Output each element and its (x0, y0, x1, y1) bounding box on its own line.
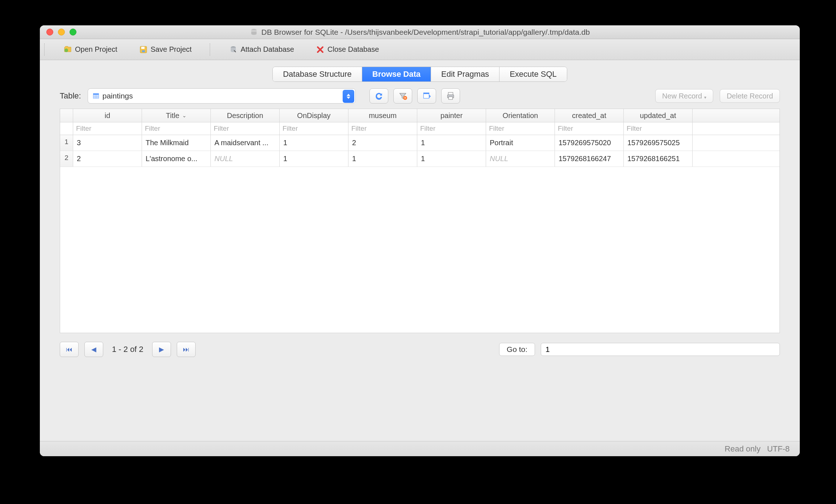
cell-painter[interactable]: 1 (417, 151, 486, 167)
cell-painter[interactable]: 1 (417, 135, 486, 151)
filter-created-at[interactable] (555, 122, 623, 135)
next-page-icon: ▶ (159, 345, 164, 353)
close-database-label: Close Database (327, 45, 379, 54)
chevron-updown-icon (343, 90, 354, 103)
cell-ondisplay[interactable]: 1 (280, 151, 348, 167)
filter-clear-icon (398, 91, 407, 101)
svg-rect-4 (142, 50, 145, 52)
filter-updated-at[interactable] (624, 122, 692, 135)
cell-museum[interactable]: 1 (348, 151, 417, 167)
filter-ondisplay[interactable] (280, 122, 348, 135)
cell-orientation[interactable]: NULL (486, 151, 555, 167)
svg-rect-15 (448, 92, 453, 95)
goto-label: Go to: (499, 343, 535, 356)
titlebar: DB Browser for SQLite - /Users/thijsvanb… (40, 25, 800, 39)
table-select[interactable]: paintings (88, 88, 356, 104)
cell-id[interactable]: 2 (73, 151, 142, 167)
save-data-button[interactable] (417, 88, 436, 104)
table-icon (92, 92, 100, 100)
cell-orientation[interactable]: Portrait (486, 135, 555, 151)
svg-rect-7 (93, 93, 99, 94)
status-readonly: Read only (725, 444, 761, 454)
cell-updated_at[interactable]: 1579269575025 (624, 135, 693, 151)
goto-input[interactable] (541, 343, 780, 356)
svg-rect-3 (141, 47, 145, 49)
prev-page-icon: ◀ (91, 345, 96, 353)
col-header-orientation[interactable]: Orientation (486, 109, 555, 122)
database-icon (250, 28, 258, 36)
table-row[interactable]: 22L'astronome o...NULL111NULL15792681662… (60, 151, 779, 167)
col-header-created-at[interactable]: created_at (555, 109, 624, 122)
next-page-button[interactable]: ▶ (152, 342, 171, 357)
tab-edit-pragmas[interactable]: Edit Pragmas (431, 67, 499, 81)
svg-point-1 (64, 49, 68, 52)
tab-database-structure[interactable]: Database Structure (273, 67, 362, 81)
page-status: 1 - 2 of 2 (112, 345, 143, 354)
open-project-label: Open Project (75, 45, 117, 54)
save-project-icon (139, 45, 148, 54)
window-title: DB Browser for SQLite - /Users/thijsvanb… (262, 28, 590, 37)
main-tabbar: Database Structure Browse Data Edit Prag… (272, 67, 567, 82)
row-number: 1 (60, 135, 73, 151)
attach-database-label: Attach Database (241, 45, 294, 54)
open-project-icon (63, 45, 72, 54)
refresh-button[interactable] (369, 88, 388, 104)
delete-record-button[interactable]: Delete Record (720, 89, 780, 103)
close-database-icon (316, 45, 325, 54)
col-header-id[interactable]: id (73, 109, 142, 122)
statusbar: Read only UTF-8 (40, 441, 800, 456)
clear-filters-button[interactable] (393, 88, 412, 104)
cell-ondisplay[interactable]: 1 (280, 135, 348, 151)
attach-database-button[interactable]: Attach Database (225, 43, 298, 56)
status-encoding: UTF-8 (767, 444, 790, 454)
cell-description[interactable]: A maidservant ... (211, 135, 280, 151)
open-project-button[interactable]: Open Project (60, 43, 121, 56)
rownum-header (60, 109, 73, 122)
filter-description[interactable] (211, 122, 279, 135)
cell-created_at[interactable]: 1579269575020 (555, 135, 624, 151)
main-toolbar: Open Project Save Project Attach Databas… (40, 39, 800, 60)
col-header-painter[interactable]: painter (417, 109, 486, 122)
attach-database-icon (229, 45, 238, 54)
filter-id[interactable] (73, 122, 142, 135)
cell-title[interactable]: L'astronome o... (142, 151, 211, 167)
last-page-icon: ⏭ (183, 346, 189, 353)
new-record-label: New Record (662, 92, 702, 100)
prev-page-button[interactable]: ◀ (84, 342, 103, 357)
filter-painter[interactable] (417, 122, 486, 135)
first-page-button[interactable]: ⏮ (60, 342, 79, 357)
col-header-museum[interactable]: museum (348, 109, 417, 122)
save-project-button[interactable]: Save Project (135, 43, 195, 56)
data-grid: id Title⌄ Description OnDisplay museum p… (60, 109, 780, 333)
col-header-ondisplay[interactable]: OnDisplay (280, 109, 348, 122)
filter-museum[interactable] (348, 122, 417, 135)
cell-title[interactable]: The Milkmaid (142, 135, 211, 151)
table-label: Table: (60, 91, 81, 101)
print-button[interactable] (441, 88, 460, 104)
table-row[interactable]: 13The MilkmaidA maidservant ...121Portra… (60, 135, 779, 151)
close-database-button[interactable]: Close Database (312, 43, 383, 56)
last-page-button[interactable]: ⏭ (177, 342, 196, 357)
cell-created_at[interactable]: 1579268166247 (555, 151, 624, 167)
col-header-description[interactable]: Description (211, 109, 280, 122)
printer-icon (446, 91, 455, 101)
cell-description[interactable]: NULL (211, 151, 280, 167)
col-header-updated-at[interactable]: updated_at (624, 109, 693, 122)
first-page-icon: ⏮ (66, 346, 72, 353)
cell-id[interactable]: 3 (73, 135, 142, 151)
filter-title[interactable] (142, 122, 210, 135)
cell-museum[interactable]: 2 (348, 135, 417, 151)
new-record-button[interactable]: New Record▾ (655, 89, 713, 103)
save-project-label: Save Project (151, 45, 192, 54)
table-select-value: paintings (103, 92, 133, 100)
col-header-title[interactable]: Title⌄ (142, 109, 211, 122)
refresh-icon (374, 91, 384, 101)
app-window: DB Browser for SQLite - /Users/thijsvanb… (40, 25, 800, 456)
svg-rect-17 (448, 97, 452, 100)
tab-execute-sql[interactable]: Execute SQL (499, 67, 567, 81)
filter-orientation[interactable] (486, 122, 555, 135)
cell-updated_at[interactable]: 1579268166251 (624, 151, 693, 167)
tab-browse-data[interactable]: Browse Data (362, 67, 431, 81)
sort-desc-icon: ⌄ (182, 113, 187, 118)
row-number: 2 (60, 151, 73, 167)
